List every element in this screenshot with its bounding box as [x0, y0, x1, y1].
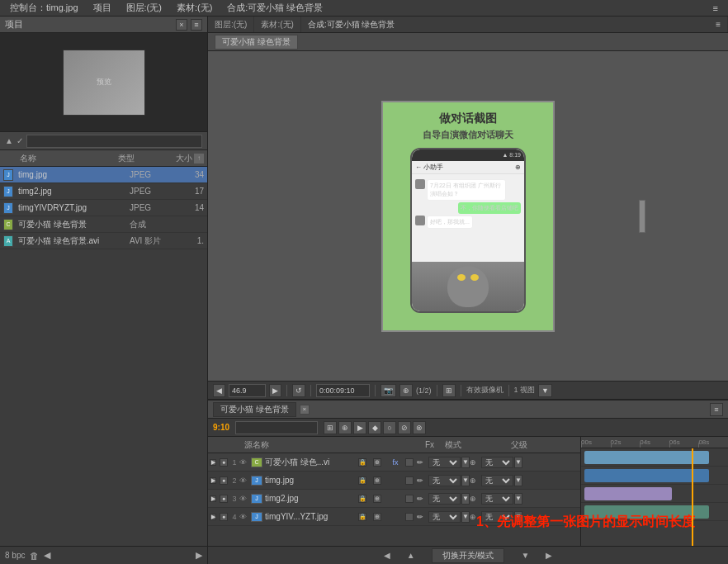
tl-toolbar-btn4[interactable]: ◆ [368, 421, 381, 434]
menu-comp[interactable]: 合成:可爱小猫 绿色背景 [220, 1, 329, 15]
layer-expand-icon[interactable]: ▶ [210, 477, 216, 484]
tl-close-btn[interactable]: × [300, 405, 310, 415]
motion-blur-icon[interactable] [405, 458, 414, 467]
layer-eye[interactable]: 👁 [239, 495, 251, 503]
zoom-in-btn[interactable]: ▶ [269, 384, 281, 397]
parent-select[interactable]: 无 [481, 493, 513, 505]
camera-btn[interactable]: 📷 [381, 384, 396, 397]
layer-collapse[interactable]: ⊕ [369, 476, 385, 485]
file-row[interactable]: JtimgYIVDRYZT.jpgJPEG14 [0, 200, 207, 216]
tl-bar[interactable] [584, 487, 673, 500]
menu-project[interactable]: 项目 [87, 1, 118, 15]
layer-parent-icon[interactable]: ⊕ [470, 476, 481, 485]
zoom-out-btn[interactable]: ◀ [213, 384, 225, 397]
tl-layer-row[interactable]: ▶ ● 2 👁 J timg.jpg 🔒 ⊕ ✏ 无 ▼ ⊕ [208, 472, 580, 490]
mode-arrow[interactable]: ▼ [461, 511, 470, 523]
layer-parent-icon[interactable]: ⊕ [470, 458, 481, 467]
layer-eye[interactable]: 👁 [239, 476, 251, 485]
tl-toolbar-btn5[interactable]: ○ [383, 421, 396, 434]
layer-solo[interactable]: ● [218, 495, 229, 503]
parent-arrow[interactable]: ▼ [514, 475, 522, 486]
menu-layer[interactable]: 图层:(无) [120, 1, 168, 15]
layer-expand[interactable]: ▶ [208, 495, 218, 502]
collapse-icon[interactable]: ⊕ [373, 476, 381, 485]
layer-motion-blur[interactable] [405, 458, 417, 467]
mode-arrow[interactable]: ▼ [461, 457, 470, 468]
layer-expand-icon[interactable]: ▶ [210, 514, 216, 520]
motion-blur-icon[interactable] [405, 513, 414, 521]
tl-menu-btn[interactable]: ≡ [710, 403, 723, 416]
layer-eye[interactable]: 👁 [239, 458, 251, 467]
layer-mode[interactable]: 无 ▼ [428, 457, 470, 468]
layer-lock[interactable]: 🔒 [356, 458, 369, 467]
motion-blur-icon[interactable] [405, 495, 414, 503]
lock-icon[interactable]: 🔒 [358, 458, 366, 467]
layer-pen[interactable]: ✏ [417, 513, 428, 521]
layer-solo[interactable]: ● [218, 476, 229, 485]
menu-footage[interactable]: 素材:(无) [170, 1, 219, 15]
bottom-arrow-down[interactable]: ▼ [521, 551, 529, 560]
layer-motion-blur[interactable] [405, 476, 417, 485]
layer-motion-blur[interactable] [405, 513, 417, 521]
views-expand[interactable]: ▼ [538, 384, 552, 397]
scroll-top-icon[interactable]: ↑ [194, 154, 204, 164]
layer-expand[interactable]: ▶ [208, 459, 218, 466]
layer-pen[interactable]: ✏ [417, 495, 428, 503]
bottom-arrow-left[interactable]: ◀ [384, 551, 390, 560]
tl-search-input[interactable] [235, 421, 318, 434]
right-scroll[interactable]: ▶ [196, 550, 202, 561]
layer-parent[interactable]: 无 ▼ [481, 457, 522, 468]
lock-icon[interactable]: 🔒 [358, 513, 366, 521]
layer-parent[interactable]: 无 ▼ [481, 511, 522, 523]
tl-toolbar-btn2[interactable]: ⊕ [338, 421, 352, 434]
file-row[interactable]: Jtimg.jpgJPEG34 [0, 167, 207, 183]
tl-bar[interactable] [584, 505, 709, 519]
layer-mode[interactable]: 无 ▼ [428, 511, 470, 523]
solo-icon[interactable]: ● [220, 513, 228, 521]
parent-arrow[interactable]: ▼ [514, 493, 522, 505]
topbar-menu[interactable]: ≡ [716, 20, 721, 29]
layer-mode[interactable]: 无 ▼ [428, 493, 470, 505]
layer-lock[interactable]: 🔒 [356, 513, 369, 521]
collapse-icon[interactable]: ⊕ [373, 495, 381, 503]
mode-select[interactable]: 无 [428, 493, 461, 505]
mode-arrow[interactable]: ▼ [461, 493, 470, 505]
bottom-arrow-right[interactable]: ▶ [546, 551, 552, 560]
tl-toolbar-btn6[interactable]: ⊘ [398, 421, 411, 434]
tl-bar[interactable] [584, 451, 709, 464]
layer-expand-icon[interactable]: ▶ [210, 495, 216, 502]
tl-layer-row[interactable]: ▶ ● 4 👁 J timgYIV...YZT.jpg 🔒 ⊕ ✏ 无 ▼ [208, 508, 580, 526]
parent-select[interactable]: 无 [481, 457, 513, 468]
layer-pen[interactable]: ✏ [417, 476, 428, 485]
menu-expand[interactable]: ≡ [707, 2, 725, 14]
parent-select[interactable]: 无 [481, 475, 513, 486]
parent-select[interactable]: 无 [481, 511, 513, 523]
tl-tab-comp[interactable]: 可爱小猫 绿色背景 [213, 402, 296, 417]
layer-solo[interactable]: ● [218, 513, 229, 521]
file-row[interactable]: A可爱小猫 绿色背景.aviAVI 影片1. [0, 233, 207, 249]
parent-arrow[interactable]: ▼ [514, 457, 522, 468]
search-input[interactable] [26, 135, 202, 148]
project-panel-btn[interactable]: × [176, 19, 187, 31]
solo-icon[interactable]: ● [220, 476, 228, 485]
bottom-arrow-up[interactable]: ▲ [407, 551, 415, 560]
solo-icon[interactable]: ● [220, 495, 228, 503]
tl-layer-row[interactable]: ▶ ● 3 👁 J timg2.jpg 🔒 ⊕ ✏ 无 ▼ ⊕ [208, 490, 580, 508]
left-scroll[interactable]: ◀ [44, 550, 50, 561]
grid-btn[interactable]: ⊞ [442, 384, 456, 397]
project-panel-menu[interactable]: ≡ [191, 19, 202, 31]
zoom-input[interactable] [229, 384, 266, 397]
layer-expand-icon[interactable]: ▶ [210, 459, 216, 466]
star-btn[interactable]: ⊕ [399, 384, 413, 397]
layer-collapse[interactable]: ⊕ [369, 495, 385, 503]
tl-bar[interactable] [584, 469, 709, 482]
mode-select[interactable]: 无 [428, 457, 461, 468]
layer-parent-icon[interactable]: ⊕ [470, 495, 481, 503]
parent-arrow[interactable]: ▼ [514, 511, 522, 523]
mode-select[interactable]: 无 [428, 475, 461, 486]
layer-collapse[interactable]: ⊕ [369, 513, 385, 521]
layer-parent[interactable]: 无 ▼ [481, 475, 522, 486]
file-row[interactable]: C可爱小猫 绿色背景合成 [0, 216, 207, 233]
mode-select[interactable]: 无 [428, 511, 461, 523]
layer-collapse[interactable]: ⊕ [369, 458, 385, 467]
